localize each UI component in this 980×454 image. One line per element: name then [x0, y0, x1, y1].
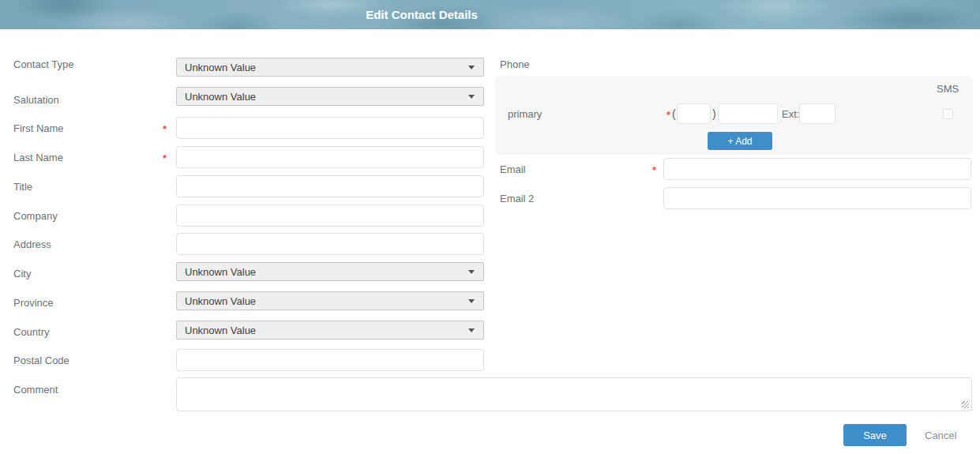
- first-name-label: First Name: [13, 122, 64, 134]
- phone-section-label: Phone: [500, 58, 530, 70]
- dialog-header: Edit Contact Details: [0, 0, 980, 29]
- edit-contact-dialog: Edit Contact Details Contact Type Unknow…: [0, 0, 980, 454]
- cancel-button[interactable]: Cancel: [925, 430, 956, 441]
- save-button[interactable]: Save: [843, 424, 907, 446]
- salutation-value: Unknown Value: [185, 91, 256, 103]
- sms-checkbox[interactable]: [943, 109, 953, 119]
- required-asterisk: *: [652, 164, 656, 176]
- required-asterisk: *: [163, 123, 167, 135]
- province-select[interactable]: Unknown Value: [176, 291, 484, 310]
- phone-area-code-field[interactable]: [677, 103, 711, 124]
- add-phone-button[interactable]: + Add: [708, 132, 772, 150]
- city-value: Unknown Value: [185, 266, 256, 278]
- country-select[interactable]: Unknown Value: [176, 321, 484, 340]
- phone-ext-field[interactable]: [799, 103, 835, 124]
- title-field[interactable]: [176, 175, 484, 197]
- chevron-down-icon: [468, 270, 475, 274]
- city-select[interactable]: Unknown Value: [176, 262, 484, 281]
- phone-paren-close: ): [712, 107, 716, 120]
- phone-row-label: primary: [508, 108, 542, 120]
- chevron-down-icon: [468, 66, 475, 69]
- province-label: Province: [13, 297, 54, 309]
- country-value: Unknown Value: [185, 325, 256, 336]
- page-title: Edit Contact Details: [366, 0, 478, 29]
- country-label: Country: [13, 326, 50, 338]
- address-label: Address: [13, 238, 51, 250]
- required-asterisk: *: [163, 152, 167, 164]
- postal-code-field[interactable]: [176, 349, 484, 371]
- chevron-down-icon: [468, 299, 475, 303]
- phone-paren-open: (: [672, 107, 676, 120]
- comment-label: Comment: [13, 384, 58, 396]
- last-name-label: Last Name: [13, 152, 63, 163]
- last-name-field[interactable]: [176, 146, 484, 168]
- province-value: Unknown Value: [185, 295, 256, 307]
- title-label: Title: [13, 181, 32, 193]
- required-asterisk: *: [666, 109, 670, 121]
- email-field[interactable]: [663, 158, 971, 180]
- email2-field[interactable]: [663, 187, 971, 209]
- contact-type-select[interactable]: Unknown Value: [176, 58, 484, 77]
- email2-label: Email 2: [500, 193, 534, 204]
- phone-number-field[interactable]: [718, 103, 778, 124]
- comment-field[interactable]: [176, 377, 972, 411]
- contact-type-label: Contact Type: [13, 58, 73, 70]
- sms-column-header: SMS: [937, 83, 959, 95]
- company-field[interactable]: [176, 204, 484, 227]
- chevron-down-icon: [468, 95, 475, 99]
- chevron-down-icon: [468, 328, 475, 332]
- contact-type-value: Unknown Value: [185, 62, 256, 73]
- city-label: City: [13, 268, 31, 280]
- salutation-label: Salutation: [13, 94, 59, 106]
- salutation-select[interactable]: Unknown Value: [176, 87, 484, 106]
- postal-code-label: Postal Code: [13, 355, 69, 366]
- company-label: Company: [13, 210, 58, 222]
- phone-ext-label: Ext:: [782, 108, 799, 120]
- address-field[interactable]: [176, 233, 484, 255]
- first-name-field[interactable]: [176, 117, 484, 139]
- email-label: Email: [500, 163, 526, 175]
